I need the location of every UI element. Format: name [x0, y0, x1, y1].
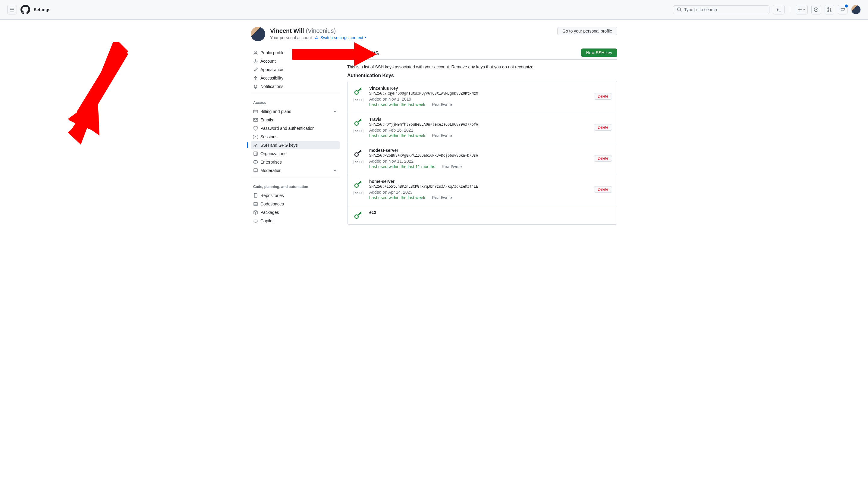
svg-rect-7	[253, 110, 258, 113]
svg-point-23	[357, 123, 358, 123]
key-fingerprint: SHA256:7RqyHnG0OgnTuts3MUyv6YO8XIAvMJgHD…	[369, 91, 589, 95]
shield-icon	[253, 126, 258, 131]
card-icon	[253, 109, 258, 114]
sidebar-item-label: Emails	[260, 117, 338, 122]
key-last-used: Last used within the last 11 months — Re…	[369, 164, 589, 169]
profile-subtext: Your personal account Switch settings co…	[270, 35, 367, 40]
svg-rect-11	[254, 152, 257, 155]
global-header: Settings Type / to search	[0, 0, 868, 20]
sidebar-item-accessibility[interactable]: Accessibility	[251, 74, 340, 82]
sidebar-item-repositories[interactable]: Repositories	[251, 191, 340, 200]
chevron-down-icon	[333, 168, 338, 173]
sidebar-item-label: Notifications	[260, 84, 338, 89]
key-icon	[354, 86, 363, 95]
goto-profile-button[interactable]: Go to your personal profile	[557, 27, 617, 35]
svg-point-2	[828, 7, 829, 9]
sidebar-item-sessions[interactable]: Sessions	[251, 133, 340, 141]
inbox-button[interactable]	[838, 5, 847, 15]
sidebar-item-copilot[interactable]: Copilot	[251, 216, 340, 225]
svg-rect-17	[254, 220, 257, 222]
pull-requests-button[interactable]	[824, 5, 834, 15]
sidebar-item-label: Password and authentication	[260, 126, 338, 131]
package-icon	[253, 210, 258, 215]
new-ssh-key-button[interactable]: New SSH key	[581, 49, 617, 57]
gear-icon	[253, 59, 258, 63]
sidebar-item-enterprises[interactable]: Enterprises	[251, 158, 340, 166]
codespaces-icon	[253, 202, 258, 206]
page-content: Vincent Will (Vincenius) Your personal a…	[241, 20, 627, 239]
key-name: Travis	[369, 117, 589, 122]
user-avatar-button[interactable]	[851, 5, 861, 15]
accessibility-icon	[253, 76, 258, 80]
sidebar-item-ssh-and-gpg-keys[interactable]: SSH and GPG keys	[251, 141, 340, 149]
sidebar-item-appearance[interactable]: Appearance	[251, 65, 340, 74]
issues-button[interactable]	[811, 5, 821, 15]
settings-sidebar: Public profileAccountAppearanceAccessibi…	[251, 49, 340, 232]
header-title: Settings	[34, 7, 50, 12]
auth-keys-title: Authentication Keys	[347, 73, 617, 78]
sidebar-item-organizations[interactable]: Organizations	[251, 149, 340, 158]
mail-icon	[253, 117, 258, 122]
sidebar-item-label: Public profile	[260, 50, 338, 55]
key-added-date: Added on Nov 11, 2022	[369, 159, 589, 164]
delete-key-button[interactable]: Delete	[594, 155, 612, 162]
key-last-used: Last used within the last week — Read/wr…	[369, 102, 589, 107]
sidebar-item-label: SSH and GPG keys	[260, 143, 338, 148]
svg-point-27	[357, 185, 358, 185]
sidebar-item-codespaces[interactable]: Codespaces	[251, 200, 340, 208]
caret-down-icon	[803, 8, 806, 11]
svg-point-4	[830, 10, 831, 12]
key-icon	[354, 148, 363, 157]
caret-down-icon	[364, 36, 367, 39]
sidebar-item-label: Moderation	[260, 168, 330, 173]
sidebar-item-packages[interactable]: Packages	[251, 208, 340, 216]
page-heading: SSH keys	[347, 49, 379, 57]
delete-key-button[interactable]: Delete	[594, 186, 612, 193]
github-logo-icon[interactable]	[21, 5, 30, 15]
svg-marker-31	[77, 72, 107, 117]
switch-context-link[interactable]: Switch settings context	[320, 35, 367, 40]
sidebar-item-public-profile[interactable]: Public profile	[251, 49, 340, 57]
sidebar-item-label: Repositories	[260, 193, 338, 198]
create-new-button[interactable]	[796, 5, 808, 15]
sidebar-group-code: Code, planning, and automation	[251, 182, 340, 191]
sidebar-item-label: Organizations	[260, 151, 338, 156]
ssh-key-row: SSHVincenius KeySHA256:7RqyHnG0OgnTuts3M…	[347, 81, 617, 112]
sidebar-item-moderation[interactable]: Moderation	[251, 166, 340, 175]
command-icon	[776, 7, 781, 12]
delete-key-button[interactable]: Delete	[594, 124, 612, 131]
sidebar-item-password-and-authentication[interactable]: Password and authentication	[251, 124, 340, 133]
repo-icon	[253, 193, 258, 198]
profile-name: Vincent Will (Vincenius)	[270, 27, 367, 35]
report-icon	[253, 168, 258, 173]
sidebar-item-label: Sessions	[260, 134, 338, 139]
key-last-used: Last used within the last week — Read/wr…	[369, 195, 589, 200]
svg-marker-34	[68, 103, 100, 145]
plus-icon	[798, 7, 802, 12]
sidebar-item-label: Appearance	[260, 67, 338, 72]
ssh-badge: SSH	[353, 129, 364, 133]
ssh-key-row: SSHmodest-serverSHA256:w2oBWE+xVg8RPlZZ0…	[347, 143, 617, 174]
search-input[interactable]: Type / to search	[673, 5, 769, 14]
sidebar-item-notifications[interactable]: Notifications	[251, 82, 340, 91]
hamburger-button[interactable]	[7, 5, 17, 15]
globe-icon	[253, 160, 258, 165]
sidebar-item-emails[interactable]: Emails	[251, 116, 340, 124]
sidebar-item-account[interactable]: Account	[251, 57, 340, 65]
profile-avatar[interactable]	[251, 27, 265, 41]
ssh-key-row: SSHhome-serverSHA256:+155t6hBPZnLBCP8rxY…	[347, 174, 617, 205]
svg-marker-32	[68, 99, 98, 143]
sidebar-item-label: Enterprises	[260, 160, 338, 165]
notification-dot-icon	[845, 4, 848, 7]
key-added-date: Added on Apr 14, 2023	[369, 190, 589, 195]
svg-point-1	[816, 9, 817, 10]
person-icon	[253, 50, 258, 55]
svg-point-3	[828, 10, 829, 12]
chevron-down-icon	[333, 109, 338, 114]
delete-key-button[interactable]: Delete	[594, 93, 612, 100]
sidebar-item-billing-and-plans[interactable]: Billing and plans	[251, 107, 340, 116]
key-name: home-server	[369, 179, 589, 184]
key-name: modest-server	[369, 148, 589, 153]
switch-icon	[314, 35, 318, 40]
command-palette-button[interactable]	[773, 5, 785, 15]
